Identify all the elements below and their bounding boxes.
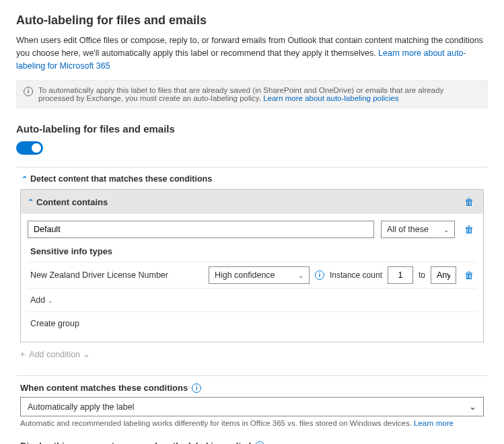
chevron-down-icon: ⌄ <box>443 226 449 233</box>
instance-count-label: Instance count <box>330 270 382 280</box>
chevron-up-icon: ⌃ <box>22 175 28 184</box>
divider <box>16 375 488 376</box>
display-message-label: Display this message to users when the l… <box>20 441 484 444</box>
chevron-up-icon: ⌃ <box>28 198 34 207</box>
chevron-down-icon: ⌄ <box>298 272 303 279</box>
info-icon[interactable]: i <box>255 441 264 444</box>
page-title: Auto-labeling for files and emails <box>16 13 488 28</box>
sit-name: New Zealand Driver License Number <box>28 270 203 280</box>
plus-icon: + <box>20 350 25 359</box>
info-icon: i <box>24 87 33 96</box>
delete-icon[interactable]: 🗑 <box>462 195 476 209</box>
operator-select[interactable]: All of these⌄ <box>381 221 455 238</box>
create-group-button[interactable]: Create group <box>28 311 476 335</box>
chevron-down-icon: ⌄ <box>83 350 90 359</box>
page-description: When users edit Office files or compose,… <box>16 34 488 72</box>
instance-to-input[interactable] <box>431 266 456 284</box>
action-select[interactable]: Automatically apply the label⌄ <box>20 397 484 416</box>
add-condition-button[interactable]: +Add condition ⌄ <box>20 349 484 359</box>
content-contains-box: ⌃ Content contains 🗑 All of these⌄ 🗑 Sen… <box>20 189 484 342</box>
autolabel-toggle[interactable] <box>16 141 43 155</box>
instance-from-input[interactable] <box>388 266 413 284</box>
section-heading: Auto-labeling for files and emails <box>16 123 488 135</box>
when-matches-label: When content matches these conditions i <box>20 383 484 393</box>
chevron-down-icon: ⌄ <box>469 402 476 412</box>
info-banner: i To automatically apply this label to f… <box>16 80 488 108</box>
info-banner-link[interactable]: Learn more about auto-labeling policies <box>263 94 398 102</box>
action-hint: Automatic and recommended labeling works… <box>20 419 484 427</box>
group-name-input[interactable] <box>28 221 374 238</box>
sensitive-info-types-label: Sensitive info types <box>30 246 476 256</box>
learn-more-link[interactable]: Learn more <box>414 419 454 427</box>
sensitive-info-row: New Zealand Driver License Number High c… <box>28 262 476 288</box>
content-contains-header[interactable]: ⌃ Content contains 🗑 <box>21 190 483 214</box>
confidence-select[interactable]: High confidence⌄ <box>209 266 310 284</box>
divider <box>16 167 488 168</box>
info-icon[interactable]: i <box>315 270 324 280</box>
delete-icon[interactable]: 🗑 <box>462 223 476 236</box>
detect-conditions-header[interactable]: ⌃Detect content that matches these condi… <box>22 174 488 184</box>
info-icon[interactable]: i <box>192 383 201 393</box>
add-button[interactable]: Add⌄ <box>28 288 476 311</box>
chevron-down-icon: ⌄ <box>48 297 53 304</box>
delete-icon[interactable]: 🗑 <box>462 268 476 282</box>
